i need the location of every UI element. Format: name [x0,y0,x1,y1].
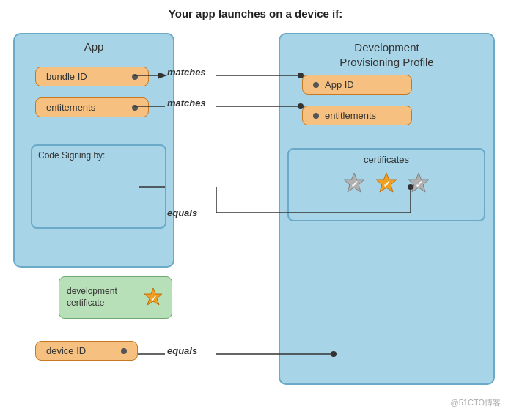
app-id-item: App ID [302,75,412,95]
dev-cert-box: development certificate ✓ [59,276,172,319]
app-box-label: App [15,34,173,56]
svg-text:✓: ✓ [383,179,391,190]
dev-cert-label: development certificate [67,286,142,309]
cert-badge-silver: ✓ [341,171,367,197]
entitlements-app-item: entitements [35,97,149,117]
cert-badge-orange: ✓ [373,171,400,197]
certs-box: certificates ✓ ✓ ✓ [287,148,485,221]
dev-profile-label: DevelopmentProvisioning Profile [280,34,493,72]
entitlements-dev-dot [313,113,319,119]
device-id-item: device ID [35,341,138,361]
app-id-dot [313,82,319,88]
equals2-label: equals [167,345,197,356]
dev-profile-box: DevelopmentProvisioning Profile App ID e… [279,33,495,385]
entitlements-dev-item: entitlements [302,106,412,125]
certs-icons: ✓ ✓ ✓ [289,168,484,197]
svg-text:✓: ✓ [350,179,359,190]
bundle-id-item: bundle ID [35,67,149,86]
code-signing-box: Code Signing by: development certificate… [31,144,166,229]
svg-text:✓: ✓ [150,294,157,303]
cert-badge-silver2: ✓ [405,171,432,197]
device-id-label: device ID [46,345,86,356]
dev-cert-badge: ✓ [142,287,164,309]
code-signing-label: Code Signing by: [32,146,165,162]
matches2-label: matches [167,97,206,108]
watermark: @51CTO博客 [451,397,501,408]
certs-label: certificates [289,150,484,168]
entitlements-app-dot [132,105,138,111]
matches1-label: matches [167,67,206,78]
bundle-id-dot [132,74,138,80]
svg-text:✓: ✓ [415,179,423,190]
device-id-dot [121,348,127,354]
app-id-label: App ID [325,79,354,90]
bundle-id-label: bundle ID [46,71,87,82]
entitlements-app-label: entitements [46,102,95,113]
entitlements-dev-label: entitlements [325,110,376,121]
app-box: App bundle ID entitements Code Signing b… [13,33,174,268]
page-title: Your app launches on a device if: [0,0,511,26]
equals1-label: equals [167,207,197,218]
